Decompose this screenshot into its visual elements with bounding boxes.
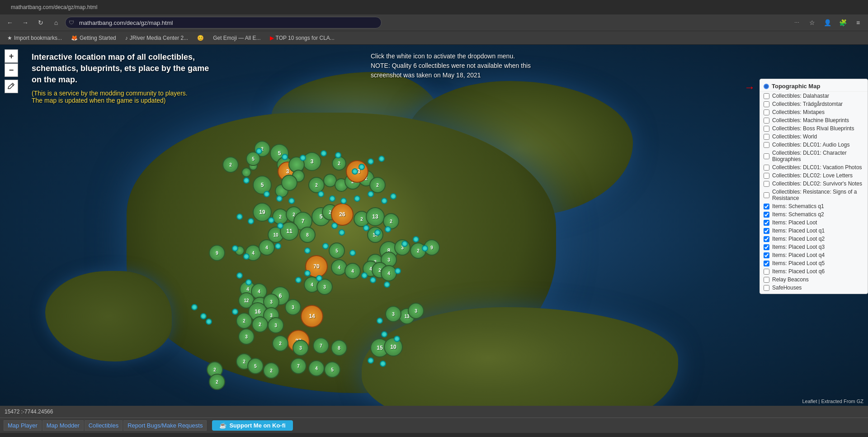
layer-item-9[interactable]: Collectibles: DLC02: Love Letters <box>760 171 868 180</box>
map-dot-cyan-19[interactable] <box>390 193 396 200</box>
bookmark-button[interactable]: ☆ <box>806 16 818 29</box>
layer-item-13[interactable]: Items: Schematics q2 <box>760 210 868 218</box>
layer-checkbox-11[interactable] <box>764 192 769 198</box>
layer-item-16[interactable]: Items: Placed Loot q2 <box>760 235 868 243</box>
map-cluster-32[interactable]: 13 <box>366 207 385 226</box>
extensions-button[interactable]: ⋯ <box>790 16 803 29</box>
map-dot-cyan-30[interactable] <box>243 253 250 260</box>
map-dot-cyan-38[interactable] <box>236 272 243 279</box>
map-dot-cyan-20[interactable] <box>236 214 243 220</box>
map-cluster-69[interactable]: 3 <box>268 317 284 333</box>
map-cluster-86[interactable]: 5 <box>324 361 340 378</box>
map-dot-cyan-15[interactable] <box>340 198 347 204</box>
map-dot-cyan-24[interactable] <box>331 223 338 229</box>
map-dot-cyan-13[interactable] <box>318 191 324 197</box>
map-cluster-52[interactable]: 4 <box>344 263 361 279</box>
map-cluster-8[interactable]: 2 <box>332 156 346 171</box>
profile-button[interactable]: 👤 <box>821 16 834 29</box>
zoom-out-button[interactable]: − <box>5 63 18 77</box>
bookmark-top10[interactable]: ▶ TOP 10 songs for CLA... <box>266 34 338 42</box>
map-dot-cyan-51[interactable] <box>377 318 383 324</box>
layer-item-12[interactable]: Items: Schematics q1 <box>760 202 868 210</box>
back-button[interactable]: ← <box>4 16 16 29</box>
map-cluster-66[interactable]: 14 <box>301 305 323 328</box>
map-dot-cyan-47[interactable] <box>191 304 198 310</box>
map-dot-cyan-16[interactable] <box>354 195 360 202</box>
layer-checkbox-21[interactable] <box>764 277 769 283</box>
map-cluster-68[interactable]: 2 <box>252 316 268 332</box>
layer-checkbox-8[interactable] <box>764 165 769 171</box>
menu-button[interactable]: ≡ <box>852 16 864 29</box>
map-cluster-83[interactable]: 2 <box>263 362 279 379</box>
tab-label[interactable]: mathartbang.com/deca/gz/map.html <box>11 4 97 10</box>
topographic-radio[interactable] <box>764 84 769 89</box>
map-dot-cyan-54[interactable] <box>368 357 374 364</box>
map-cluster-84[interactable]: 7 <box>290 358 307 374</box>
layer-item-11[interactable]: Collectibles: Resistance: Signs of a Res… <box>760 188 868 202</box>
map-cluster-54[interactable]: 4 <box>381 265 397 281</box>
map-dot-cyan-49[interactable] <box>206 318 212 325</box>
map-dot-cyan-26[interactable] <box>363 225 369 231</box>
layer-checkbox-13[interactable] <box>764 212 769 218</box>
edit-button[interactable] <box>5 80 18 93</box>
map-dot-cyan-6[interactable] <box>359 164 365 170</box>
bookmark-import[interactable]: ★ Import bookmarks... <box>4 34 66 42</box>
map-dot-cyan-9[interactable] <box>243 177 250 184</box>
layer-checkbox-9[interactable] <box>764 173 769 179</box>
map-dot-cyan-5[interactable] <box>352 168 358 175</box>
map-cluster-41[interactable]: 4 <box>259 239 275 256</box>
nav-collectibles[interactable]: Collectibles <box>85 420 123 431</box>
support-button[interactable]: ☕ Support Me on Ko-fi <box>212 420 292 431</box>
layer-checkbox-14[interactable] <box>764 220 769 226</box>
map-dot-cyan-18[interactable] <box>381 198 387 204</box>
refresh-button[interactable]: ↻ <box>34 16 47 29</box>
map-cluster-77[interactable]: 2 <box>272 335 288 352</box>
layer-item-7[interactable]: Collectibles: DLC01: Character Biographi… <box>760 149 868 163</box>
map-dot-cyan-10[interactable] <box>264 191 270 197</box>
layer-checkbox-2[interactable] <box>764 109 769 115</box>
layer-item-17[interactable]: Items: Placed Loot q3 <box>760 243 868 251</box>
map-cluster-70[interactable]: 3 <box>238 328 255 345</box>
zoom-in-button[interactable]: + <box>5 49 18 63</box>
layer-checkbox-20[interactable] <box>764 269 769 275</box>
layer-checkbox-0[interactable] <box>764 93 769 99</box>
address-bar[interactable]: mathartbang.com/deca/gz/map.html <box>65 17 382 28</box>
map-dot-cyan-42[interactable] <box>316 275 322 281</box>
layer-checkbox-6[interactable] <box>764 142 769 148</box>
map-dot-cyan-53[interactable] <box>394 336 400 342</box>
layer-checkbox-10[interactable] <box>764 181 769 187</box>
map-cluster-75[interactable]: 10 <box>384 337 403 356</box>
map-cluster-36[interactable]: 8 <box>299 227 316 243</box>
map-dot-cyan-48[interactable] <box>200 313 207 319</box>
layer-item-19[interactable]: Items: Placed Loot q5 <box>760 259 868 267</box>
map-cluster-80[interactable]: 8 <box>331 340 347 356</box>
map-dot-cyan-21[interactable] <box>248 218 254 224</box>
map-dot-cyan-25[interactable] <box>339 229 345 236</box>
bookmark-emoji-face[interactable]: 😊 <box>193 34 208 42</box>
map-cluster-67[interactable]: 2 <box>236 313 252 329</box>
nav-report-bugs[interactable]: Report Bugs/Make Requests <box>123 420 207 431</box>
map-dot-cyan-22[interactable] <box>268 217 274 223</box>
layer-checkbox-4[interactable] <box>764 126 769 132</box>
map-cluster-79[interactable]: 7 <box>313 337 329 354</box>
layer-checkbox-16[interactable] <box>764 236 769 242</box>
map-cluster-42[interactable]: 5 <box>329 242 345 259</box>
map-dot-cyan-29[interactable] <box>232 245 238 252</box>
map-cluster-7[interactable]: 3 <box>302 152 321 171</box>
layer-item-18[interactable]: Items: Placed Loot q4 <box>760 251 868 259</box>
bookmark-jriver[interactable]: ♪ JRiver Media Center 2... <box>122 34 192 42</box>
map-cluster-88[interactable]: 2 <box>209 374 225 390</box>
map-dot-cyan-55[interactable] <box>380 361 386 367</box>
map-dot-cyan-3[interactable] <box>321 150 327 157</box>
map-cluster-1[interactable]: 2 <box>222 157 239 173</box>
layer-item-5[interactable]: Collectibles: World <box>760 133 868 141</box>
map-dot-cyan-39[interactable] <box>245 279 252 285</box>
map-dot-cyan-36[interactable] <box>413 236 419 242</box>
extensions-btn2[interactable]: 🧩 <box>836 16 849 29</box>
map-dot-cyan-1[interactable] <box>282 154 288 160</box>
map-dot-cyan-41[interactable] <box>304 270 311 276</box>
layer-checkbox-22[interactable] <box>764 285 769 291</box>
layer-checkbox-5[interactable] <box>764 134 769 140</box>
map-cluster-73[interactable]: 3 <box>408 303 424 319</box>
map-dot-cyan-4[interactable] <box>335 152 341 158</box>
